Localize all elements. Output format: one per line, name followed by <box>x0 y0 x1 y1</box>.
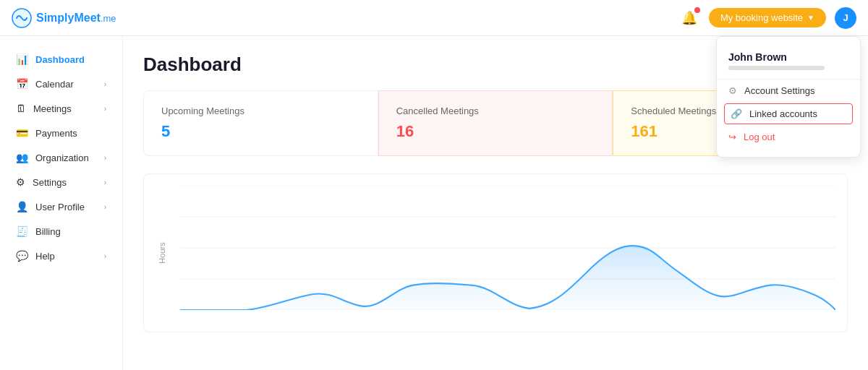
logo: SimplyMeet.me <box>12 8 116 28</box>
dropdown-linked-accounts[interactable]: 🔗 Linked accounts <box>724 103 853 124</box>
chevron-icon: › <box>104 203 106 211</box>
sidebar-item-payments[interactable]: 💳 Payments <box>4 121 118 145</box>
chevron-icon: › <box>104 154 106 162</box>
dashboard-icon: 📊 <box>16 53 28 65</box>
notification-button[interactable]: 🔔 <box>678 7 700 29</box>
upcoming-label: Upcoming Meetings <box>161 106 360 116</box>
logout-icon: ↪ <box>728 132 736 142</box>
chevron-icon: › <box>104 252 106 260</box>
chevron-down-icon: ▼ <box>807 14 814 22</box>
sidebar-item-dashboard[interactable]: 📊 Dashboard <box>4 48 118 71</box>
payments-icon: 💳 <box>16 127 28 139</box>
chart-container: Hours 0 2 4 6 8 <box>143 173 848 332</box>
cancelled-value: 16 <box>396 122 595 141</box>
header-right: 🔔 My booking website ▼ J <box>678 7 856 29</box>
user-avatar[interactable]: J <box>835 7 856 29</box>
chevron-icon: › <box>104 105 106 113</box>
billing-icon: 🧾 <box>16 225 28 237</box>
logo-icon <box>12 8 32 28</box>
sidebar-item-organization[interactable]: 👥 Organization › <box>4 146 118 169</box>
link-icon: 🔗 <box>731 108 742 119</box>
sidebar-item-billing[interactable]: 🧾 Billing <box>4 220 118 243</box>
chevron-icon: › <box>104 80 106 88</box>
dropdown-user-bar <box>728 66 825 70</box>
sidebar-item-meetings[interactable]: 🗓 Meetings › <box>4 97 118 120</box>
dropdown-user-section: John Brown <box>717 46 860 79</box>
stat-card-cancelled: Cancelled Meetings 16 <box>378 90 613 156</box>
cancelled-label: Cancelled Meetings <box>396 106 595 116</box>
notification-badge <box>694 7 700 13</box>
chevron-icon: › <box>104 178 106 186</box>
dropdown-account-settings[interactable]: ⚙ Account Settings <box>717 79 860 102</box>
chart-svg: 0 2 4 6 8 03-01-2024 <box>180 186 835 310</box>
settings-icon: ⚙ <box>16 176 25 188</box>
dropdown-user-name: John Brown <box>728 51 848 63</box>
help-icon: 💬 <box>16 250 28 262</box>
stat-card-upcoming: Upcoming Meetings 5 <box>143 90 378 156</box>
header: SimplyMeet.me 🔔 My booking website ▼ J J… <box>0 0 868 36</box>
user-profile-icon: 👤 <box>16 201 28 212</box>
logo-text: SimplyMeet.me <box>36 12 116 25</box>
upcoming-value: 5 <box>161 122 360 141</box>
gear-icon: ⚙ <box>728 85 737 96</box>
sidebar-item-settings[interactable]: ⚙ Settings › <box>4 171 118 194</box>
sidebar-item-help[interactable]: 💬 Help › <box>4 244 118 267</box>
calendar-icon: 📅 <box>16 78 28 90</box>
meetings-icon: 🗓 <box>16 103 26 114</box>
sidebar-item-user-profile[interactable]: 👤 User Profile › <box>4 195 118 218</box>
y-axis-label: Hours <box>158 242 166 263</box>
user-dropdown: John Brown ⚙ Account Settings 🔗 Linked a… <box>716 36 861 158</box>
organization-icon: 👥 <box>16 152 28 163</box>
sidebar: 📊 Dashboard 📅 Calendar › 🗓 Meetings › 💳 … <box>0 36 123 370</box>
sidebar-item-calendar[interactable]: 📅 Calendar › <box>4 72 118 95</box>
dropdown-logout[interactable]: ↪ Log out <box>717 126 860 148</box>
booking-website-button[interactable]: My booking website ▼ <box>709 8 826 27</box>
